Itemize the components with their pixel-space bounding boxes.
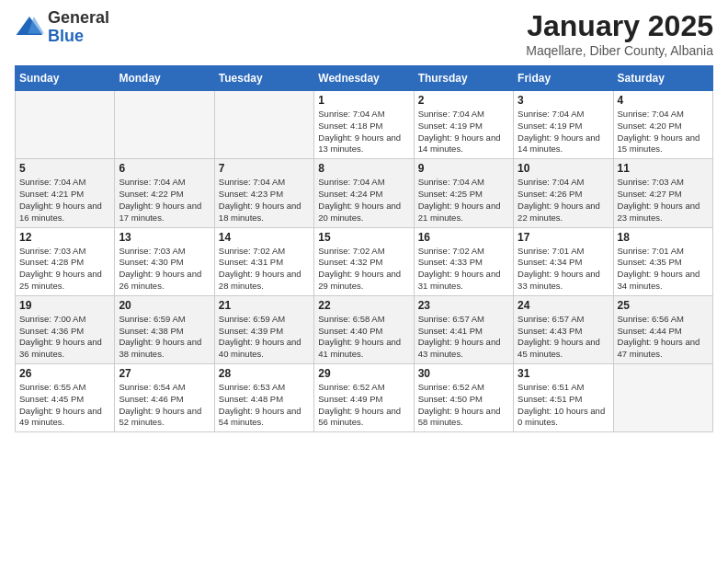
calendar-day-cell: 28Sunrise: 6:53 AMSunset: 4:48 PMDayligh… (214, 364, 313, 432)
logo: General Blue (15, 9, 109, 46)
day-info: Sunrise: 7:04 AMSunset: 4:22 PMDaylight:… (119, 177, 210, 224)
calendar-day-cell: 5Sunrise: 7:04 AMSunset: 4:21 PMDaylight… (16, 159, 115, 227)
day-number: 3 (518, 94, 609, 107)
day-number: 6 (119, 162, 210, 175)
day-number: 30 (418, 367, 509, 380)
day-number: 8 (318, 162, 409, 175)
calendar-day-cell: 13Sunrise: 7:03 AMSunset: 4:30 PMDayligh… (115, 227, 214, 295)
header: General Blue January 2025 Maqellare, Dib… (15, 9, 713, 58)
calendar-day-cell: 17Sunrise: 7:01 AMSunset: 4:34 PMDayligh… (514, 227, 613, 295)
calendar-week-row: 5Sunrise: 7:04 AMSunset: 4:21 PMDaylight… (16, 159, 713, 227)
weekday-header: Thursday (414, 66, 513, 91)
day-info: Sunrise: 7:01 AMSunset: 4:34 PMDaylight:… (518, 246, 609, 293)
calendar-day-cell: 14Sunrise: 7:02 AMSunset: 4:31 PMDayligh… (214, 227, 313, 295)
calendar-day-cell: 26Sunrise: 6:55 AMSunset: 4:45 PMDayligh… (16, 364, 115, 432)
calendar-header: SundayMondayTuesdayWednesdayThursdayFrid… (16, 66, 713, 91)
calendar-day-cell: 3Sunrise: 7:04 AMSunset: 4:19 PMDaylight… (514, 91, 613, 159)
calendar-day-cell: 15Sunrise: 7:02 AMSunset: 4:32 PMDayligh… (314, 227, 414, 295)
day-number: 23 (418, 299, 509, 312)
day-number: 24 (518, 299, 609, 312)
day-info: Sunrise: 7:04 AMSunset: 4:19 PMDaylight:… (418, 109, 509, 155)
day-info: Sunrise: 6:53 AMSunset: 4:48 PMDaylight:… (219, 382, 310, 429)
day-number: 18 (618, 231, 709, 244)
day-info: Sunrise: 6:52 AMSunset: 4:50 PMDaylight:… (418, 382, 509, 429)
day-number: 13 (119, 231, 210, 244)
day-info: Sunrise: 6:54 AMSunset: 4:46 PMDaylight:… (119, 382, 210, 429)
weekday-header: Saturday (613, 66, 712, 91)
day-number: 27 (119, 367, 210, 380)
day-number: 29 (318, 367, 409, 380)
calendar-day-cell: 4Sunrise: 7:04 AMSunset: 4:20 PMDaylight… (613, 91, 712, 159)
calendar-day-cell: 8Sunrise: 7:04 AMSunset: 4:24 PMDaylight… (314, 159, 414, 227)
calendar-day-cell (214, 91, 313, 159)
day-info: Sunrise: 6:55 AMSunset: 4:45 PMDaylight:… (19, 382, 110, 429)
day-info: Sunrise: 6:58 AMSunset: 4:40 PMDaylight:… (318, 314, 409, 361)
logo-blue: Blue (48, 28, 109, 46)
logo-icon (15, 13, 44, 42)
day-info: Sunrise: 6:56 AMSunset: 4:44 PMDaylight:… (618, 314, 709, 361)
day-number: 21 (219, 299, 310, 312)
day-number: 28 (219, 367, 310, 380)
calendar-day-cell: 6Sunrise: 7:04 AMSunset: 4:22 PMDaylight… (115, 159, 214, 227)
weekday-header: Monday (115, 66, 214, 91)
calendar-day-cell: 7Sunrise: 7:04 AMSunset: 4:23 PMDaylight… (214, 159, 313, 227)
day-info: Sunrise: 7:04 AMSunset: 4:24 PMDaylight:… (318, 177, 409, 224)
day-info: Sunrise: 6:51 AMSunset: 4:51 PMDaylight:… (518, 382, 609, 429)
page: General Blue January 2025 Maqellare, Dib… (0, 0, 728, 563)
calendar-week-row: 12Sunrise: 7:03 AMSunset: 4:28 PMDayligh… (16, 227, 713, 295)
day-info: Sunrise: 7:02 AMSunset: 4:31 PMDaylight:… (219, 246, 310, 293)
day-info: Sunrise: 7:04 AMSunset: 4:26 PMDaylight:… (518, 177, 609, 224)
day-info: Sunrise: 7:03 AMSunset: 4:30 PMDaylight:… (119, 246, 210, 293)
day-number: 19 (19, 299, 110, 312)
calendar-body: 1Sunrise: 7:04 AMSunset: 4:18 PMDaylight… (16, 91, 713, 432)
calendar-week-row: 26Sunrise: 6:55 AMSunset: 4:45 PMDayligh… (16, 364, 713, 432)
calendar-day-cell: 21Sunrise: 6:59 AMSunset: 4:39 PMDayligh… (214, 295, 313, 363)
day-info: Sunrise: 6:57 AMSunset: 4:43 PMDaylight:… (518, 314, 609, 361)
calendar-day-cell: 22Sunrise: 6:58 AMSunset: 4:40 PMDayligh… (314, 295, 414, 363)
day-info: Sunrise: 6:59 AMSunset: 4:39 PMDaylight:… (219, 314, 310, 361)
logo-text: General Blue (48, 9, 109, 46)
calendar-day-cell (16, 91, 115, 159)
calendar-day-cell: 1Sunrise: 7:04 AMSunset: 4:18 PMDaylight… (314, 91, 414, 159)
day-info: Sunrise: 7:04 AMSunset: 4:20 PMDaylight:… (618, 109, 709, 155)
weekday-header: Tuesday (214, 66, 313, 91)
day-number: 7 (219, 162, 310, 175)
weekday-row: SundayMondayTuesdayWednesdayThursdayFrid… (16, 66, 713, 91)
calendar-day-cell: 24Sunrise: 6:57 AMSunset: 4:43 PMDayligh… (514, 295, 613, 363)
calendar-day-cell: 31Sunrise: 6:51 AMSunset: 4:51 PMDayligh… (514, 364, 613, 432)
day-info: Sunrise: 7:03 AMSunset: 4:27 PMDaylight:… (618, 177, 709, 224)
day-number: 20 (119, 299, 210, 312)
day-info: Sunrise: 7:04 AMSunset: 4:19 PMDaylight:… (518, 109, 609, 155)
calendar: SundayMondayTuesdayWednesdayThursdayFrid… (15, 65, 713, 432)
day-info: Sunrise: 6:57 AMSunset: 4:41 PMDaylight:… (418, 314, 509, 361)
calendar-week-row: 1Sunrise: 7:04 AMSunset: 4:18 PMDaylight… (16, 91, 713, 159)
calendar-day-cell: 27Sunrise: 6:54 AMSunset: 4:46 PMDayligh… (115, 364, 214, 432)
day-number: 9 (418, 162, 509, 175)
day-number: 5 (19, 162, 110, 175)
calendar-day-cell: 30Sunrise: 6:52 AMSunset: 4:50 PMDayligh… (414, 364, 513, 432)
day-number: 26 (19, 367, 110, 380)
day-number: 25 (618, 299, 709, 312)
day-info: Sunrise: 7:04 AMSunset: 4:25 PMDaylight:… (418, 177, 509, 224)
calendar-day-cell: 9Sunrise: 7:04 AMSunset: 4:25 PMDaylight… (414, 159, 513, 227)
day-number: 31 (518, 367, 609, 380)
calendar-day-cell: 18Sunrise: 7:01 AMSunset: 4:35 PMDayligh… (613, 227, 712, 295)
day-info: Sunrise: 6:59 AMSunset: 4:38 PMDaylight:… (119, 314, 210, 361)
calendar-day-cell (613, 364, 712, 432)
calendar-day-cell: 11Sunrise: 7:03 AMSunset: 4:27 PMDayligh… (613, 159, 712, 227)
day-number: 11 (618, 162, 709, 175)
calendar-day-cell (115, 91, 214, 159)
month-title: January 2025 (526, 9, 713, 43)
location-subtitle: Maqellare, Diber County, Albania (526, 43, 713, 58)
logo-general: General (48, 9, 109, 28)
day-number: 10 (518, 162, 609, 175)
day-number: 1 (318, 94, 409, 107)
day-number: 14 (219, 231, 310, 244)
day-number: 16 (418, 231, 509, 244)
calendar-day-cell: 16Sunrise: 7:02 AMSunset: 4:33 PMDayligh… (414, 227, 513, 295)
day-info: Sunrise: 7:00 AMSunset: 4:36 PMDaylight:… (19, 314, 110, 361)
calendar-day-cell: 10Sunrise: 7:04 AMSunset: 4:26 PMDayligh… (514, 159, 613, 227)
calendar-day-cell: 23Sunrise: 6:57 AMSunset: 4:41 PMDayligh… (414, 295, 513, 363)
day-number: 2 (418, 94, 509, 107)
calendar-day-cell: 2Sunrise: 7:04 AMSunset: 4:19 PMDaylight… (414, 91, 513, 159)
